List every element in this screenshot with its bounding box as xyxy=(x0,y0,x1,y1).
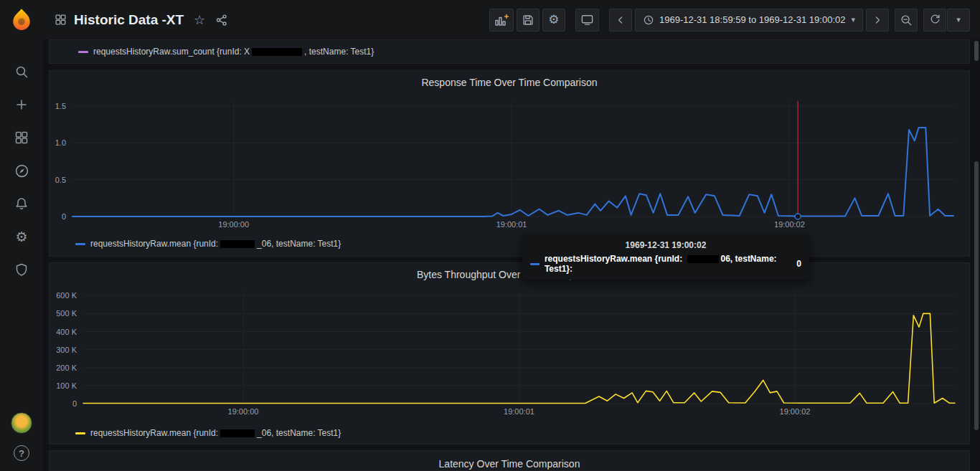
time-range-label: 1969-12-31 18:59:59 to 1969-12-31 19:00:… xyxy=(659,14,846,25)
panel-bytes-throughput: Bytes Throughput Over Time Comparison 01… xyxy=(49,262,970,444)
legend-label-pre: requestsHistoryRaw.mean {runId: xyxy=(90,239,218,249)
panel-response-time: Response Time Over Time Comparison 00.51… xyxy=(49,70,970,257)
top-navbar: Historic Data -XT ☆ ⚙ 1969-12-31 18:59:5… xyxy=(43,0,980,39)
svg-text:1.0: 1.0 xyxy=(55,138,66,147)
chevron-down-icon: ▾ xyxy=(851,16,855,24)
legend-item-response-mean[interactable]: requestsHistoryRaw.mean {runId: _06, tes… xyxy=(75,239,341,249)
svg-text:19:00:00: 19:00:00 xyxy=(218,220,249,229)
dashboards-icon[interactable] xyxy=(14,130,29,146)
redacted-run-id xyxy=(220,429,255,437)
redacted-run-id xyxy=(252,48,302,56)
series-color-dash xyxy=(75,432,85,434)
create-plus-icon[interactable] xyxy=(14,97,29,113)
panel-title[interactable]: Latency Over Time Comparison xyxy=(50,458,969,470)
dashboard-canvas: requestsHistoryRaw.sum_count {runId: X, … xyxy=(43,39,980,471)
legend-item-bytes-mean[interactable]: requestsHistoryRaw.mean {runId: _06, tes… xyxy=(75,428,341,438)
add-panel-button[interactable] xyxy=(489,9,514,32)
bytes-throughput-chart[interactable]: 0100 K200 K300 K400 K500 K600 K19:00:001… xyxy=(50,263,969,419)
svg-text:0: 0 xyxy=(62,212,66,221)
grafana-logo[interactable] xyxy=(9,6,34,32)
dashboard-settings-button[interactable]: ⚙ xyxy=(542,9,565,32)
svg-text:100 K: 100 K xyxy=(56,381,77,390)
response-time-chart[interactable]: 00.51.01.519:00:0019:00:0119:00:02 xyxy=(50,71,969,239)
svg-text:19:00:01: 19:00:01 xyxy=(504,407,534,416)
time-range-picker[interactable]: 1969-12-31 18:59:59 to 1969-12-31 19:00:… xyxy=(635,9,863,32)
legend-label-post: , testName: Test1} xyxy=(304,47,374,57)
tooltip-label: requestsHistoryRaw.mean {runId: 06, test… xyxy=(545,254,786,274)
refresh-interval-dropdown[interactable]: ▾ xyxy=(947,9,970,32)
tooltip-series-row: requestsHistoryRaw.mean {runId: 06, test… xyxy=(530,254,801,274)
kiosk-tv-button[interactable] xyxy=(575,9,599,32)
tooltip-timestamp: 1969-12-31 19:00:02 xyxy=(530,240,801,250)
explore-compass-icon[interactable] xyxy=(14,163,29,179)
series-color-dash xyxy=(530,263,540,265)
svg-text:19:00:02: 19:00:02 xyxy=(780,407,811,416)
redacted-run-id xyxy=(687,255,719,263)
time-shift-back-button[interactable] xyxy=(609,9,632,32)
help-glyph: ? xyxy=(19,448,24,459)
zoom-out-button[interactable] xyxy=(895,9,918,32)
user-avatar[interactable] xyxy=(11,412,32,434)
legend-scrollbar-thumb[interactable] xyxy=(974,41,979,61)
legend-label-post: _06, testName: Test1} xyxy=(257,239,341,249)
refresh-button[interactable] xyxy=(923,9,946,32)
svg-text:400 K: 400 K xyxy=(56,328,77,336)
svg-text:19:00:02: 19:00:02 xyxy=(774,220,805,229)
panel-latency-partial: Latency Over Time Comparison xyxy=(49,450,970,471)
svg-text:600 K: 600 K xyxy=(56,291,77,300)
svg-text:200 K: 200 K xyxy=(56,363,77,372)
save-dashboard-button[interactable] xyxy=(517,9,540,32)
share-icon[interactable] xyxy=(215,14,228,27)
tooltip-value: 0 xyxy=(786,259,801,269)
grafana-flame-icon xyxy=(9,7,34,32)
star-icon[interactable]: ☆ xyxy=(194,14,205,27)
legend-item-sum-count[interactable]: requestsHistoryRaw.sum_count {runId: X, … xyxy=(78,47,374,57)
svg-text:0: 0 xyxy=(72,399,77,408)
sidebar: ⚙ ? xyxy=(0,0,43,471)
search-icon[interactable] xyxy=(14,64,29,80)
legend-label-pre: requestsHistoryRaw.mean {runId: xyxy=(90,428,218,438)
svg-text:19:00:00: 19:00:00 xyxy=(228,407,259,416)
svg-text:19:00:01: 19:00:01 xyxy=(496,220,527,229)
redacted-run-id xyxy=(220,240,255,248)
page-scrollbar-thumb[interactable] xyxy=(974,161,979,430)
chart-hover-tooltip: 1969-12-31 19:00:02 requestsHistoryRaw.m… xyxy=(522,235,809,280)
help-icon[interactable]: ? xyxy=(14,445,29,461)
svg-text:300 K: 300 K xyxy=(56,346,77,354)
clock-icon xyxy=(643,14,654,26)
svg-text:0.5: 0.5 xyxy=(55,176,66,184)
series-color-dash xyxy=(78,51,88,53)
admin-shield-icon[interactable] xyxy=(14,262,29,277)
panel-requests-count-partial: requestsHistoryRaw.sum_count {runId: X, … xyxy=(49,39,970,64)
svg-text:1.5: 1.5 xyxy=(55,102,66,110)
svg-text:500 K: 500 K xyxy=(56,309,77,318)
dashboard-grid-icon xyxy=(55,14,67,26)
configuration-gear-icon[interactable]: ⚙ xyxy=(14,229,29,244)
dashboard-title[interactable]: Historic Data -XT xyxy=(74,12,184,28)
series-color-dash xyxy=(75,243,85,245)
navbar-actions: ⚙ 1969-12-31 18:59:59 to 1969-12-31 19:0… xyxy=(489,9,970,32)
legend-label-pre: requestsHistoryRaw.sum_count {runId: X xyxy=(93,47,250,57)
time-shift-forward-button[interactable] xyxy=(866,9,889,32)
alerting-bell-icon[interactable] xyxy=(14,196,29,211)
legend-label-post: _06, testName: Test1} xyxy=(257,428,341,438)
